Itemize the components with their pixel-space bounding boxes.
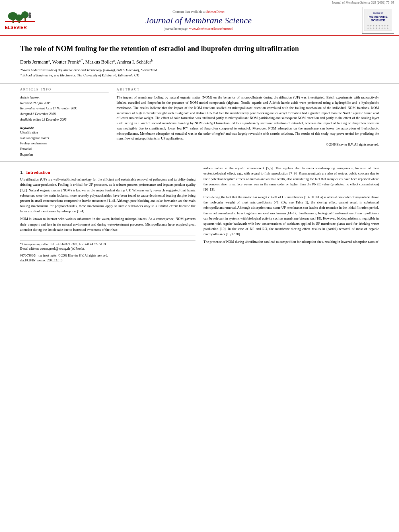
keyword-item: Ibuprofen [20,152,109,158]
svg-rect-5 [12,20,14,23]
svg-text:SCIENCE: SCIENCE [371,18,385,22]
section-title-text: Introduction [26,170,50,175]
svg-point-28 [385,28,386,29]
intro-paragraph4: Considering the fact that the molecular … [204,195,379,237]
email-footnote: E-mail address: wouter.pronk@eawag.ch (W… [20,246,195,251]
keywords-section: Keywords: UltrafiltrationNatural organic… [20,126,109,157]
body-right-column: ardous nature in the aquatic environment… [204,166,379,263]
journal-main-title: Journal of Membrane Science [35,15,362,26]
journal-logo-right: journal of MEMBRANE SCIENCE [362,7,394,34]
abstract-column: ABSTRACT The impact of membrane fouling … [117,88,379,157]
intro-paragraph5: The presence of NOM during ultrafiltrati… [204,239,379,244]
available-date: Available online 13 December 2008 [20,117,109,123]
svg-point-17 [376,25,377,27]
author-boller: Markus Boller [85,59,113,65]
elsevier-logo-svg: ELSEVIER [5,9,35,31]
body-left-column: 1. Introduction Ultrafiltration (UF) is … [20,166,195,263]
article-title: The role of NOM fouling for the retentio… [20,44,379,53]
affil-sup-a1: a [48,59,50,62]
article-info-abstract-section: ARTICLE INFO Article history: Received 2… [0,84,399,162]
email-label: E-mail address: [20,247,39,251]
svg-point-19 [382,25,383,27]
svg-point-21 [387,25,389,27]
sciencedirect-link[interactable]: ScienceDirect [206,10,224,14]
doi-line: doi:10.1016/j.memsci.2008.12.016 [20,258,195,263]
svg-rect-6 [19,21,20,23]
issn-line: 0376-7388/$ – see front matter © 2009 El… [20,253,195,258]
received-date: Received 29 April 2008 [20,101,109,106]
svg-text:journal of: journal of [373,12,383,14]
abstract-text: The impact of membrane fouling by natura… [117,95,379,141]
affil-sup-b: b [151,59,152,62]
article-title-section: The role of NOM fouling for the retentio… [0,36,399,84]
svg-point-24 [373,28,374,29]
keyword-item: Natural organic matter [20,136,109,141]
svg-rect-9 [29,15,31,18]
revised-date: Received in revised form 17 November 200… [20,106,109,111]
abstract-copyright: © 2009 Elsevier B.V. All rights reserved… [117,143,379,146]
journal-number: Journal of Membrane Science 329 (2009) 7… [332,1,394,4]
author-pronk: Wouter Pronk [52,59,79,65]
keywords-list: UltrafiltrationNatural organic matterFou… [20,130,109,157]
article-history: Article history: Received 29 April 2008 … [20,95,109,122]
affiliation-a: ᵃ Swiss Federal Institute of Aquatic Sci… [20,68,379,73]
article-info-column: ARTICLE INFO Article history: Received 2… [20,88,109,157]
article-authors: Doris Jermanna, Wouter Pronka,*, Markus … [20,59,379,65]
corresponding-mark: * [81,59,83,62]
svg-point-27 [382,28,383,29]
introduction-title: 1. Introduction [20,170,195,175]
main-body: 1. Introduction Ultrafiltration (UF) is … [0,162,399,271]
author-schafer: Andrea I. Schäfer [117,59,151,65]
journal-homepage: journal homepage: www.elsevier.com/locat… [35,27,362,31]
journal-logo-box: journal of MEMBRANE SCIENCE [362,7,394,34]
affiliation-b: ᵇ School of Engineering and Electronics,… [20,73,379,78]
svg-point-16 [373,25,374,27]
keywords-label: Keywords: [20,126,109,130]
svg-text:ELSEVIER: ELSEVIER [5,25,27,30]
svg-point-4 [21,11,29,18]
svg-point-8 [29,12,31,15]
journal-title-center: Contents lists available at ScienceDirec… [35,10,362,31]
section-number: 1. [20,170,23,175]
journal-logo-image: journal of MEMBRANE SCIENCE [364,9,392,31]
page-header: Journal of Membrane Science 329 (2009) 7… [0,0,399,36]
history-label: Article history: [20,95,109,101]
contents-line: Contents lists available at ScienceDirec… [35,10,362,14]
intro-paragraph1: Ultrafiltration (UF) is a well-establish… [20,177,195,214]
affiliations: ᵃ Swiss Federal Institute of Aquatic Sci… [20,68,379,78]
intro-paragraph3: ardous nature in the aquatic environment… [204,166,379,192]
keyword-item: Ultrafiltration [20,130,109,136]
footnote-divider [20,236,195,236]
svg-point-26 [379,28,380,29]
footnote-section: * Corresponding author. Tel.: +41 44 823… [20,240,195,251]
keyword-item: Estradiol [20,146,109,152]
author-jermann: Doris Jermann [20,59,48,65]
intro-paragraph2: NOM is known to interact with various su… [20,216,195,232]
journal-number-line: Journal of Membrane Science 329 (2009) 7… [0,0,399,4]
svg-point-18 [379,25,380,27]
svg-point-15 [370,25,372,27]
email-value: wouter.pronk@eawag.ch (W. Pronk). [40,247,85,251]
svg-rect-7 [25,18,26,21]
svg-point-25 [376,28,377,29]
corresponding-footnote: * Corresponding author. Tel.: +41 44 823… [20,242,195,246]
svg-point-29 [387,28,389,29]
svg-point-20 [385,25,386,27]
svg-point-14 [368,25,369,27]
svg-point-22 [368,28,369,29]
svg-point-23 [370,28,372,29]
elsevier-logo: ELSEVIER [5,9,35,32]
affil-sup-a3: a [113,59,115,62]
svg-text:MEMBRANE: MEMBRANE [368,15,388,18]
svg-rect-0 [5,21,35,22]
keyword-item: Fouling mechanisms [20,141,109,146]
article-info-header: ARTICLE INFO [20,88,109,92]
journal-homepage-link[interactable]: www.elsevier.com/locate/memsci [189,27,232,31]
accepted-date: Accepted 6 December 2008 [20,111,109,117]
abstract-header: ABSTRACT [117,88,379,92]
